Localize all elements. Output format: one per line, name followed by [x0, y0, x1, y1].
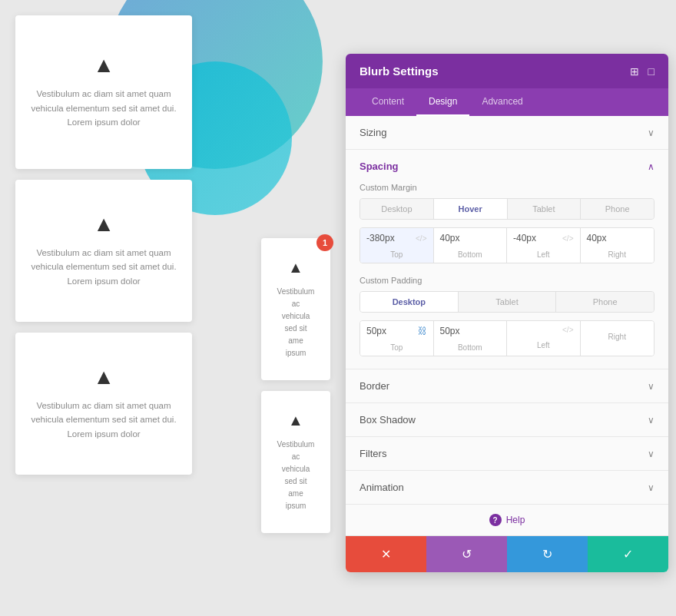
- section-animation-chevron: ∨: [648, 482, 654, 493]
- section-box-shadow: Box Shadow ∨: [346, 403, 668, 437]
- panel-tabs: Content Design Advanced: [346, 88, 668, 116]
- margin-right-label: Right: [608, 248, 626, 263]
- margin-left-label: Left: [537, 248, 550, 263]
- section-filters-title: Filters: [360, 448, 386, 459]
- section-spacing-header[interactable]: Spacing ∧: [346, 150, 668, 183]
- margin-left-cell[interactable]: -40px </> Left: [507, 228, 581, 263]
- partial-card-1-icon: ▲: [288, 260, 303, 275]
- card-1-text: Vestibulum ac diam sit amet quam vehicul…: [31, 87, 177, 129]
- settings-panel: Blurb Settings ⊞ □ Content Design Advanc…: [346, 54, 668, 572]
- margin-bottom-value: 40px: [440, 233, 501, 243]
- help-text[interactable]: Help: [506, 515, 525, 525]
- custom-padding-label: Custom Padding: [360, 276, 654, 285]
- padding-top-value: 50px: [366, 326, 418, 336]
- padding-input-grid: 50px ⛓ Top 50px Bottom: [360, 320, 654, 356]
- section-box-shadow-title: Box Shadow: [360, 414, 416, 426]
- section-border: Border ∨: [346, 369, 668, 403]
- margin-input-grid: -380px </> Top 40px Bottom: [360, 227, 654, 263]
- margin-left-value: -40px: [513, 233, 559, 243]
- margin-tab-desktop[interactable]: Desktop: [360, 199, 434, 219]
- card-2-text: Vestibulum ac diam sit amet quam vehicul…: [31, 246, 177, 288]
- notification-badge: 1: [316, 234, 333, 251]
- margin-bottom-cell[interactable]: 40px Bottom: [434, 228, 508, 263]
- panel-title: Blurb Settings: [360, 65, 439, 78]
- section-border-chevron: ∨: [648, 381, 654, 392]
- margin-right-value: 40px: [587, 233, 648, 243]
- padding-left-code-icon: </>: [562, 326, 573, 334]
- padding-tab-phone[interactable]: Phone: [556, 292, 654, 312]
- custom-margin-label: Custom Margin: [360, 183, 654, 192]
- padding-bottom-label: Bottom: [458, 341, 482, 356]
- section-animation-header[interactable]: Animation ∨: [346, 471, 668, 504]
- section-spacing-content: Custom Margin Desktop Hover Tablet Phone…: [346, 183, 668, 369]
- tab-design[interactable]: Design: [416, 88, 469, 116]
- cancel-button[interactable]: ✕: [346, 536, 426, 572]
- margin-device-tabs: Desktop Hover Tablet Phone: [360, 198, 654, 220]
- section-spacing-chevron: ∧: [648, 161, 654, 172]
- section-border-title: Border: [360, 380, 389, 392]
- section-box-shadow-chevron: ∨: [648, 415, 654, 426]
- padding-device-tabs: Desktop Tablet Phone: [360, 291, 654, 313]
- section-sizing-title: Sizing: [360, 127, 386, 138]
- panel-header: Blurb Settings ⊞ □: [346, 54, 668, 88]
- margin-tab-phone[interactable]: Phone: [581, 199, 654, 219]
- tab-content[interactable]: Content: [360, 88, 416, 116]
- section-border-header[interactable]: Border ∨: [346, 369, 668, 402]
- section-sizing-chevron: ∨: [648, 128, 654, 138]
- card-1-icon: ▲: [93, 55, 114, 76]
- partial-card-1-text: Vestibulum acvehiculased sit ameipsum: [277, 286, 315, 359]
- card-3[interactable]: ▲ Vestibulum ac diam sit amet quam vehic…: [15, 333, 192, 475]
- panel-body: Sizing ∨ Spacing ∧ Custom Margin Desktop…: [346, 116, 668, 535]
- margin-tab-hover[interactable]: Hover: [434, 199, 508, 219]
- partial-card-1[interactable]: ▲ Vestibulum acvehiculased sit ameipsum: [261, 238, 330, 380]
- card-3-icon: ▲: [93, 366, 114, 388]
- margin-top-value: -380px: [366, 233, 413, 243]
- tab-advanced[interactable]: Advanced: [469, 88, 535, 116]
- margin-left-code-icon: </>: [562, 234, 573, 243]
- padding-left-label: Left: [537, 339, 550, 353]
- padding-left-cell[interactable]: </> Left: [507, 321, 581, 356]
- undo-button[interactable]: ↺: [426, 536, 507, 572]
- padding-right-label: Right: [608, 330, 626, 345]
- section-box-shadow-header[interactable]: Box Shadow ∨: [346, 403, 668, 436]
- section-sizing: Sizing ∨: [346, 116, 668, 150]
- margin-tab-tablet[interactable]: Tablet: [508, 199, 582, 219]
- canvas-background: ▲ Vestibulum ac diam sit amet quam vehic…: [0, 0, 676, 616]
- card-1[interactable]: ▲ Vestibulum ac diam sit amet quam vehic…: [15, 15, 192, 169]
- redo-button[interactable]: ↻: [507, 536, 588, 572]
- section-sizing-header[interactable]: Sizing ∨: [346, 116, 668, 149]
- panel-header-icons: ⊞ □: [630, 65, 654, 78]
- margin-right-cell[interactable]: 40px Right: [581, 228, 654, 263]
- help-icon: ?: [489, 514, 502, 526]
- section-filters-header[interactable]: Filters ∨: [346, 437, 668, 470]
- padding-right-cell[interactable]: Right: [581, 321, 654, 356]
- section-filters-chevron: ∨: [648, 449, 654, 459]
- section-animation: Animation ∨: [346, 471, 668, 505]
- card-2[interactable]: ▲ Vestibulum ac diam sit amet quam vehic…: [15, 180, 192, 322]
- padding-top-cell[interactable]: 50px ⛓ Top: [360, 321, 434, 356]
- mid-card-column: ▲ Vestibulum acvehiculased sit ameipsum …: [261, 238, 330, 533]
- section-spacing: Spacing ∧ Custom Margin Desktop Hover Ta…: [346, 150, 668, 369]
- padding-tab-tablet[interactable]: Tablet: [459, 292, 557, 312]
- settings-icon[interactable]: ⊞: [630, 65, 639, 78]
- card-2-icon: ▲: [93, 214, 114, 235]
- save-button[interactable]: ✓: [588, 536, 668, 572]
- card-3-text: Vestibulum ac diam sit amet quam vehicul…: [31, 399, 177, 441]
- partial-card-2-text: Vestibulum acvehiculased sit ameipsum: [277, 439, 315, 512]
- padding-top-label: Top: [390, 341, 403, 356]
- padding-tab-desktop[interactable]: Desktop: [360, 292, 459, 312]
- section-animation-title: Animation: [360, 482, 404, 493]
- left-card-column: ▲ Vestibulum ac diam sit amet quam vehic…: [15, 15, 192, 475]
- expand-icon[interactable]: □: [648, 65, 654, 78]
- padding-bottom-cell[interactable]: 50px Bottom: [434, 321, 508, 356]
- margin-top-cell[interactable]: -380px </> Top: [360, 228, 434, 263]
- margin-top-label: Top: [390, 248, 403, 263]
- partial-card-2-icon: ▲: [288, 412, 303, 428]
- padding-link-icon: ⛓: [418, 326, 427, 336]
- padding-bottom-value: 50px: [440, 326, 501, 336]
- panel-footer: ✕ ↺ ↻ ✓: [346, 535, 668, 572]
- margin-top-code-icon: </>: [416, 234, 426, 243]
- partial-card-2[interactable]: ▲ Vestibulum acvehiculased sit ameipsum: [261, 391, 330, 533]
- help-row: ? Help: [346, 505, 668, 535]
- margin-bottom-label: Bottom: [458, 248, 482, 263]
